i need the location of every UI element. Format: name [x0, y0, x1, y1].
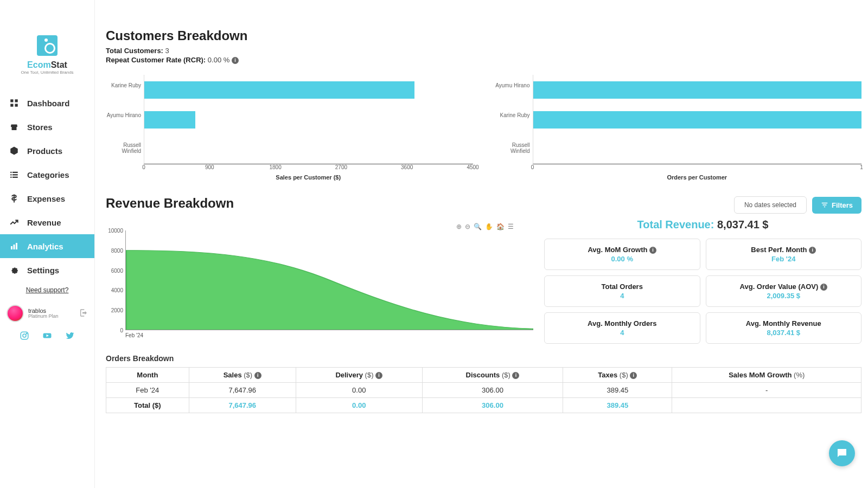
stat-monthly-revenue: Avg. Monthly Revenue8,037.41 $: [706, 312, 862, 344]
logo-icon: [37, 35, 58, 56]
orders-per-customer-chart: Ayumu HiranoKarine RubyRussell Winfield …: [495, 75, 862, 181]
twitter-icon[interactable]: [65, 331, 75, 342]
info-icon[interactable]: i: [820, 284, 827, 291]
store-icon: [9, 121, 20, 132]
zoom-in-icon[interactable]: ⊕: [456, 223, 462, 230]
svg-rect-10: [11, 246, 12, 249]
svg-rect-9: [12, 177, 18, 178]
table-row: Feb '247,647.960.00 306.00389.45-: [106, 383, 861, 398]
sidebar-item-expenses[interactable]: Expenses: [0, 187, 94, 210]
svg-rect-12: [16, 243, 17, 249]
svg-rect-6: [10, 174, 11, 175]
customers-title: Customers Breakdown: [106, 28, 861, 43]
total-revenue: Total Revenue: 8,037.41 $: [544, 219, 861, 231]
menu-icon[interactable]: ☰: [508, 223, 514, 230]
stat-mom-growth: Avg. MoM Growth i0.00 %: [544, 239, 700, 270]
sidebar-item-revenue[interactable]: Revenue: [0, 210, 94, 234]
col-month: Month: [106, 368, 189, 383]
col-sales: Sales ($) i: [189, 368, 296, 383]
svg-rect-11: [14, 245, 15, 249]
info-icon[interactable]: i: [512, 372, 519, 379]
orders-breakdown-title: Orders Breakdown: [106, 354, 861, 363]
gear-icon: [9, 265, 20, 275]
col-growth: Sales MoM Growth (%): [672, 368, 861, 383]
stat-best-month: Best Perf. Month iFeb '24: [706, 239, 862, 270]
orders-table: Month Sales ($) i Delivery ($) i Discoun…: [106, 367, 861, 413]
support-link[interactable]: Need support?: [0, 286, 94, 294]
sidebar-item-dashboard[interactable]: Dashboard: [0, 91, 94, 115]
list-icon: [9, 169, 20, 180]
social-links: [0, 331, 94, 351]
pan-icon[interactable]: ✋: [485, 223, 493, 230]
info-icon[interactable]: i: [809, 247, 816, 254]
chart-toolbar: ⊕ ⊖ 🔍 ✋ 🏠 ☰: [106, 223, 514, 230]
total-customers: Total Customers: 3: [106, 47, 861, 55]
info-icon[interactable]: i: [232, 57, 239, 64]
svg-rect-0: [10, 99, 13, 102]
sales-per-customer-chart: Karine RubyAyumu HiranoRussell Winfield …: [106, 75, 473, 181]
svg-rect-7: [12, 174, 18, 175]
filters-button[interactable]: Filters: [812, 197, 861, 214]
info-icon[interactable]: i: [375, 372, 382, 379]
youtube-icon[interactable]: [42, 331, 52, 342]
zoom-out-icon[interactable]: ⊖: [465, 223, 470, 230]
col-discounts: Discounts ($) i: [422, 368, 563, 383]
revenue-title: Revenue Breakdown: [106, 196, 234, 211]
sidebar-item-products[interactable]: Products: [0, 139, 94, 163]
stat-aov: Avg. Order Value (AOV) i2,009.35 $: [706, 275, 862, 307]
rcr-line: Repeat Customer Rate (RCR): 0.00 % i: [106, 56, 861, 64]
svg-rect-2: [10, 104, 13, 107]
table-total-row: Total ($) 7,647.960.00 306.00389.45: [106, 398, 861, 413]
svg-point-15: [26, 333, 27, 334]
sidebar-item-stores[interactable]: Stores: [0, 115, 94, 139]
search-icon[interactable]: 🔍: [474, 223, 482, 230]
grid-icon: [9, 98, 20, 108]
svg-rect-1: [15, 99, 18, 102]
col-taxes: Taxes ($) i: [563, 368, 672, 383]
sidebar-item-analytics[interactable]: Analytics: [0, 234, 94, 258]
svg-rect-5: [12, 172, 18, 173]
svg-rect-3: [15, 104, 18, 107]
avatar: [7, 305, 24, 322]
user-block: trablosPlatinum Plan: [0, 305, 94, 331]
svg-rect-8: [10, 177, 11, 178]
sidebar: EcomStat One Tool, Unlimited Brands Dash…: [0, 0, 95, 488]
instagram-icon[interactable]: [20, 331, 29, 342]
info-icon[interactable]: i: [649, 247, 656, 254]
date-range-display[interactable]: No dates selected: [734, 196, 807, 214]
home-icon[interactable]: 🏠: [496, 223, 505, 230]
user-plan: Platinum Plan: [28, 314, 75, 319]
chat-fab[interactable]: [829, 440, 855, 466]
svg-point-14: [23, 334, 26, 337]
dollar-icon: [9, 193, 20, 204]
nav-list: Dashboard Stores Products Categories Exp…: [0, 91, 94, 282]
col-delivery: Delivery ($) i: [296, 368, 422, 383]
brand-logo: EcomStat One Tool, Unlimited Brands: [0, 30, 94, 86]
info-icon[interactable]: i: [630, 372, 637, 379]
svg-rect-4: [10, 172, 11, 173]
sidebar-item-settings[interactable]: Settings: [0, 258, 94, 282]
logout-icon[interactable]: [79, 309, 88, 319]
stat-total-orders: Total Orders4: [544, 275, 700, 307]
chart-icon: [9, 241, 20, 252]
box-icon: [9, 145, 20, 156]
info-icon[interactable]: i: [254, 372, 261, 379]
sidebar-item-categories[interactable]: Categories: [0, 163, 94, 187]
revenue-area-chart: 0200040006000800010000 Feb '24: [106, 230, 533, 344]
stat-monthly-orders: Avg. Monthly Orders4: [544, 312, 700, 344]
trend-icon: [9, 217, 20, 228]
main-content: Customers Breakdown Total Customers: 3 R…: [95, 0, 868, 488]
